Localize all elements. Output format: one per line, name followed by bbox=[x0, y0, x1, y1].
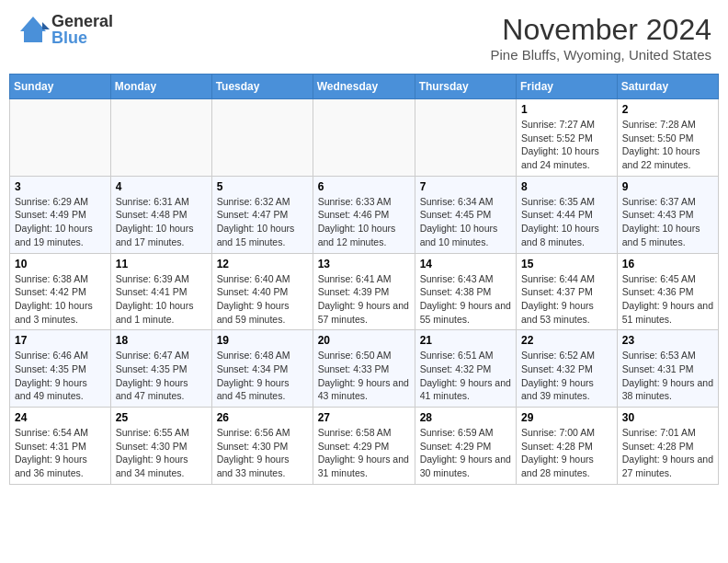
day-header-friday: Friday bbox=[517, 75, 618, 99]
day-info: Sunrise: 6:55 AM Sunset: 4:30 PM Dayligh… bbox=[116, 426, 207, 480]
calendar-body: 1Sunrise: 7:27 AM Sunset: 5:52 PM Daylig… bbox=[10, 99, 719, 485]
day-info: Sunrise: 6:51 AM Sunset: 4:32 PM Dayligh… bbox=[420, 349, 511, 403]
location-title: Pine Bluffs, Wyoming, United States bbox=[490, 47, 711, 63]
calendar-cell: 20Sunrise: 6:50 AM Sunset: 4:33 PM Dayli… bbox=[313, 330, 415, 408]
day-info: Sunrise: 6:37 AM Sunset: 4:43 PM Dayligh… bbox=[622, 195, 713, 249]
day-info: Sunrise: 6:31 AM Sunset: 4:48 PM Dayligh… bbox=[116, 195, 207, 249]
day-number: 5 bbox=[217, 180, 308, 193]
calendar-cell: 30Sunrise: 7:01 AM Sunset: 4:28 PM Dayli… bbox=[617, 408, 718, 485]
day-info: Sunrise: 6:59 AM Sunset: 4:29 PM Dayligh… bbox=[420, 426, 511, 480]
calendar-cell: 6Sunrise: 6:33 AM Sunset: 4:46 PM Daylig… bbox=[313, 176, 415, 253]
day-info: Sunrise: 6:38 AM Sunset: 4:42 PM Dayligh… bbox=[15, 272, 106, 327]
day-info: Sunrise: 6:32 AM Sunset: 4:47 PM Dayligh… bbox=[217, 195, 308, 249]
day-number: 7 bbox=[420, 180, 511, 193]
day-info: Sunrise: 6:34 AM Sunset: 4:45 PM Dayligh… bbox=[420, 195, 511, 249]
calendar-cell: 21Sunrise: 6:51 AM Sunset: 4:32 PM Dayli… bbox=[415, 330, 516, 408]
day-number: 27 bbox=[318, 411, 410, 424]
calendar-cell: 25Sunrise: 6:55 AM Sunset: 4:30 PM Dayli… bbox=[110, 408, 211, 485]
day-number: 19 bbox=[217, 334, 308, 347]
day-number: 22 bbox=[521, 334, 612, 347]
logo-general-text: General bbox=[51, 13, 113, 29]
calendar-header: SundayMondayTuesdayWednesdayThursdayFrid… bbox=[10, 75, 719, 99]
day-info: Sunrise: 7:01 AM Sunset: 4:28 PM Dayligh… bbox=[622, 426, 713, 480]
day-number: 4 bbox=[116, 180, 207, 193]
day-number: 29 bbox=[521, 411, 612, 424]
day-number: 16 bbox=[622, 258, 713, 270]
title-area: November 2024 Pine Bluffs, Wyoming, Unit… bbox=[490, 13, 711, 63]
day-number: 17 bbox=[15, 334, 106, 347]
calendar-cell bbox=[110, 99, 211, 177]
calendar-cell: 1Sunrise: 7:27 AM Sunset: 5:52 PM Daylig… bbox=[517, 99, 618, 177]
day-info: Sunrise: 6:50 AM Sunset: 4:33 PM Dayligh… bbox=[318, 349, 410, 403]
calendar-cell: 16Sunrise: 6:45 AM Sunset: 4:36 PM Dayli… bbox=[617, 253, 718, 330]
days-header-row: SundayMondayTuesdayWednesdayThursdayFrid… bbox=[10, 75, 719, 99]
calendar-week-2: 10Sunrise: 6:38 AM Sunset: 4:42 PM Dayli… bbox=[10, 253, 719, 330]
day-info: Sunrise: 6:53 AM Sunset: 4:31 PM Dayligh… bbox=[622, 349, 713, 403]
day-info: Sunrise: 6:48 AM Sunset: 4:34 PM Dayligh… bbox=[217, 349, 308, 403]
calendar-cell: 27Sunrise: 6:58 AM Sunset: 4:29 PM Dayli… bbox=[313, 408, 415, 485]
logo: General Blue bbox=[17, 13, 113, 46]
calendar-cell: 14Sunrise: 6:43 AM Sunset: 4:38 PM Dayli… bbox=[415, 253, 516, 330]
calendar-week-4: 24Sunrise: 6:54 AM Sunset: 4:31 PM Dayli… bbox=[10, 408, 719, 485]
day-number: 21 bbox=[420, 334, 511, 347]
day-info: Sunrise: 6:58 AM Sunset: 4:29 PM Dayligh… bbox=[318, 426, 410, 480]
day-info: Sunrise: 6:35 AM Sunset: 4:44 PM Dayligh… bbox=[521, 195, 612, 249]
day-header-wednesday: Wednesday bbox=[313, 75, 415, 99]
day-number: 13 bbox=[318, 258, 410, 270]
calendar-cell: 5Sunrise: 6:32 AM Sunset: 4:47 PM Daylig… bbox=[211, 176, 313, 253]
day-header-saturday: Saturday bbox=[617, 75, 718, 99]
calendar-cell: 12Sunrise: 6:40 AM Sunset: 4:40 PM Dayli… bbox=[211, 253, 313, 330]
day-number: 26 bbox=[217, 411, 308, 424]
calendar-table: SundayMondayTuesdayWednesdayThursdayFrid… bbox=[9, 74, 719, 485]
month-title: November 2024 bbox=[490, 13, 711, 47]
day-info: Sunrise: 6:52 AM Sunset: 4:32 PM Dayligh… bbox=[521, 349, 612, 403]
day-info: Sunrise: 6:40 AM Sunset: 4:40 PM Dayligh… bbox=[217, 272, 308, 327]
calendar-cell: 4Sunrise: 6:31 AM Sunset: 4:48 PM Daylig… bbox=[110, 176, 211, 253]
calendar-cell bbox=[211, 99, 313, 177]
day-info: Sunrise: 6:46 AM Sunset: 4:35 PM Dayligh… bbox=[15, 349, 106, 403]
day-number: 9 bbox=[622, 180, 713, 193]
day-number: 12 bbox=[217, 258, 308, 270]
calendar-cell: 15Sunrise: 6:44 AM Sunset: 4:37 PM Dayli… bbox=[517, 253, 618, 330]
calendar-cell: 10Sunrise: 6:38 AM Sunset: 4:42 PM Dayli… bbox=[10, 253, 111, 330]
calendar-cell bbox=[415, 99, 516, 177]
calendar-cell: 26Sunrise: 6:56 AM Sunset: 4:30 PM Dayli… bbox=[211, 408, 313, 485]
calendar-cell: 22Sunrise: 6:52 AM Sunset: 4:32 PM Dayli… bbox=[517, 330, 618, 408]
calendar-week-1: 3Sunrise: 6:29 AM Sunset: 4:49 PM Daylig… bbox=[10, 176, 719, 253]
calendar-cell: 28Sunrise: 6:59 AM Sunset: 4:29 PM Dayli… bbox=[415, 408, 516, 485]
day-info: Sunrise: 6:54 AM Sunset: 4:31 PM Dayligh… bbox=[15, 426, 106, 480]
calendar-cell: 11Sunrise: 6:39 AM Sunset: 4:41 PM Dayli… bbox=[110, 253, 211, 330]
calendar-cell bbox=[10, 99, 111, 177]
day-info: Sunrise: 6:56 AM Sunset: 4:30 PM Dayligh… bbox=[217, 426, 308, 480]
logo-icon bbox=[17, 13, 50, 46]
day-info: Sunrise: 6:45 AM Sunset: 4:36 PM Dayligh… bbox=[622, 272, 713, 327]
day-number: 25 bbox=[116, 411, 207, 424]
day-info: Sunrise: 6:47 AM Sunset: 4:35 PM Dayligh… bbox=[116, 349, 207, 403]
day-number: 10 bbox=[15, 258, 106, 270]
day-number: 23 bbox=[622, 334, 713, 347]
day-info: Sunrise: 6:33 AM Sunset: 4:46 PM Dayligh… bbox=[318, 195, 410, 249]
calendar-cell: 9Sunrise: 6:37 AM Sunset: 4:43 PM Daylig… bbox=[617, 176, 718, 253]
calendar-cell: 19Sunrise: 6:48 AM Sunset: 4:34 PM Dayli… bbox=[211, 330, 313, 408]
day-number: 1 bbox=[521, 103, 612, 116]
day-info: Sunrise: 6:29 AM Sunset: 4:49 PM Dayligh… bbox=[15, 195, 106, 249]
day-header-tuesday: Tuesday bbox=[211, 75, 313, 99]
day-info: Sunrise: 7:00 AM Sunset: 4:28 PM Dayligh… bbox=[521, 426, 612, 480]
day-number: 15 bbox=[521, 258, 612, 270]
calendar-cell: 13Sunrise: 6:41 AM Sunset: 4:39 PM Dayli… bbox=[313, 253, 415, 330]
day-number: 6 bbox=[318, 180, 410, 193]
calendar-cell: 18Sunrise: 6:47 AM Sunset: 4:35 PM Dayli… bbox=[110, 330, 211, 408]
day-number: 2 bbox=[622, 103, 713, 116]
day-number: 11 bbox=[116, 258, 207, 270]
day-info: Sunrise: 6:41 AM Sunset: 4:39 PM Dayligh… bbox=[318, 272, 410, 327]
page-header: General Blue November 2024 Pine Bluffs, … bbox=[9, 9, 719, 66]
calendar-cell: 29Sunrise: 7:00 AM Sunset: 4:28 PM Dayli… bbox=[517, 408, 618, 485]
day-number: 20 bbox=[318, 334, 410, 347]
day-number: 14 bbox=[420, 258, 511, 270]
calendar-cell bbox=[313, 99, 415, 177]
day-header-thursday: Thursday bbox=[415, 75, 516, 99]
calendar-cell: 24Sunrise: 6:54 AM Sunset: 4:31 PM Dayli… bbox=[10, 408, 111, 485]
day-number: 3 bbox=[15, 180, 106, 193]
day-number: 8 bbox=[521, 180, 612, 193]
day-number: 24 bbox=[15, 411, 106, 424]
